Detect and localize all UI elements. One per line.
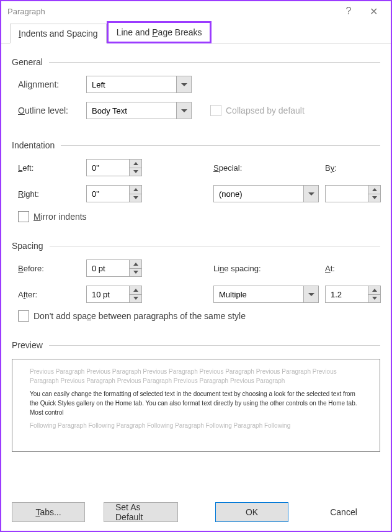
tab-indents-spacing[interactable]: Indents and Spacing [10, 24, 107, 43]
spin-down[interactable] [368, 294, 380, 303]
tab-line-page-breaks[interactable]: Line and Page Breaks [107, 21, 212, 43]
spin-down[interactable] [368, 194, 380, 202]
triangle-down-icon [133, 297, 138, 300]
by-label: By: [325, 163, 387, 173]
triangle-down-icon [372, 297, 377, 300]
tab-row: Indents and Spacing Line and Page Breaks [1, 24, 391, 43]
section-header: General [12, 57, 43, 67]
spin-up[interactable] [129, 260, 141, 268]
special-label: Special: [213, 163, 325, 173]
set-default-button[interactable]: Set As Default [104, 502, 178, 522]
preview-prev: Previous Paragraph Previous Paragraph Pr… [30, 367, 362, 385]
section-header: Preview [12, 340, 43, 350]
collapsed-checkbox: Collapsed by default [210, 105, 378, 116]
section-header: Spacing [12, 241, 43, 251]
indent-right-label: Right: [18, 189, 86, 199]
chevron-down-icon [181, 109, 187, 112]
button-label: OK [246, 507, 258, 517]
button-label: Set As Default [115, 502, 166, 522]
chevron-down-icon [308, 293, 314, 296]
cancel-button[interactable]: Cancel [307, 502, 380, 522]
chevron-down-icon [308, 192, 314, 196]
preview-sample: You can easily change the formatting of … [30, 389, 362, 417]
spin-up[interactable] [129, 186, 141, 194]
mirror-indents-checkbox[interactable]: Mirror indents [18, 211, 380, 222]
tab-label: Line and Page Breaks [117, 27, 202, 37]
section-indentation: Indentation [12, 140, 380, 150]
button-label: Cancel [330, 507, 357, 517]
checkbox-icon [18, 211, 29, 222]
outline-combo[interactable] [86, 102, 192, 119]
triangle-up-icon [133, 188, 138, 191]
preview-box: Previous Paragraph Previous Paragraph Pr… [12, 359, 380, 452]
chevron-down-icon [181, 83, 187, 86]
after-spin[interactable] [86, 286, 142, 303]
triangle-down-icon [372, 196, 377, 199]
checkbox-icon [18, 310, 29, 322]
triangle-down-icon [133, 170, 138, 173]
triangle-up-icon [133, 289, 138, 292]
help-button[interactable]: ? [336, 6, 361, 17]
section-general: General [12, 57, 380, 67]
spin-up[interactable] [129, 160, 141, 168]
at-spin[interactable] [325, 286, 381, 303]
collapsed-label: Collapsed by default [226, 106, 305, 115]
spin-down[interactable] [129, 294, 141, 303]
section-header: Indentation [12, 140, 55, 150]
close-button[interactable]: ✕ [361, 6, 386, 17]
dropdown-button[interactable] [303, 186, 318, 202]
no-add-label: Don't add space between paragraphs of th… [33, 311, 246, 321]
outline-level-label: Outline level: [18, 106, 86, 115]
no-add-space-checkbox[interactable]: Don't add space between paragraphs of th… [18, 310, 380, 322]
triangle-up-icon [372, 289, 377, 292]
triangle-down-icon [133, 196, 138, 199]
alignment-combo[interactable] [86, 76, 192, 93]
spin-up[interactable] [368, 186, 380, 194]
indent-right-spin[interactable] [86, 185, 142, 202]
section-spacing: Spacing [12, 241, 380, 251]
window-title: Paragraph [7, 7, 336, 16]
spin-down[interactable] [129, 194, 141, 202]
dropdown-button[interactable] [176, 76, 191, 92]
line-spacing-combo[interactable] [213, 286, 319, 303]
before-spin[interactable] [86, 259, 142, 277]
by-spin[interactable] [325, 185, 381, 202]
section-preview: Preview [12, 340, 380, 350]
dropdown-button[interactable] [303, 286, 318, 302]
spin-up[interactable] [129, 286, 141, 294]
dropdown-button[interactable] [176, 102, 191, 119]
mirror-label: Mirror indents [33, 212, 87, 222]
spin-down[interactable] [129, 268, 141, 277]
spin-down[interactable] [129, 168, 141, 176]
triangle-up-icon [133, 162, 138, 165]
tab-label: Indents and Spacing [19, 29, 98, 38]
preview-next: Following Paragraph Following Paragraph … [30, 421, 362, 430]
triangle-up-icon [372, 188, 377, 191]
alignment-label: Alignment: [18, 79, 86, 89]
indent-left-label: Left: [18, 163, 86, 173]
before-label: Before: [18, 264, 86, 273]
spin-up[interactable] [368, 286, 380, 294]
after-label: After: [18, 290, 86, 299]
button-label: Tabs... [35, 507, 61, 517]
triangle-down-icon [133, 271, 138, 274]
line-spacing-label: Line spacing: [213, 264, 325, 273]
button-bar: Tabs... Set As Default OK Cancel [12, 502, 380, 522]
special-combo[interactable] [213, 185, 319, 202]
at-label: At: [325, 264, 387, 273]
checkbox-icon [210, 105, 221, 116]
tabs-button[interactable]: Tabs... [12, 502, 85, 522]
titlebar: Paragraph ? ✕ [1, 1, 391, 21]
triangle-up-icon [133, 263, 138, 266]
ok-button[interactable]: OK [215, 502, 288, 522]
indent-left-spin[interactable] [86, 159, 142, 176]
